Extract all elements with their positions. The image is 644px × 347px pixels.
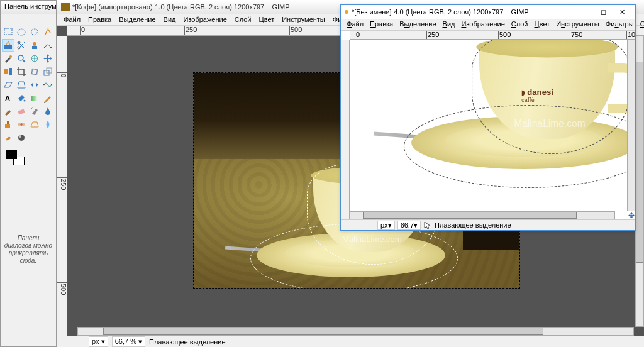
svg-rect-9 [50, 47, 52, 48]
status-unit[interactable]: px ▾ [89, 336, 108, 347]
fg-color-swatch[interactable] [6, 150, 17, 159]
svg-rect-26 [31, 96, 38, 101]
fmenu-color[interactable]: Цвет [531, 19, 553, 30]
tool-align[interactable] [2, 65, 14, 78]
cursor-icon [423, 221, 432, 229]
float-window: *[Без имени]-4.0 (Цвета RGB, 2 слоя) 120… [340, 4, 636, 231]
menu-tools[interactable]: Инструменты [278, 14, 329, 25]
tool-fuzzy-select[interactable] [42, 26, 54, 38]
tool-text[interactable]: A [2, 92, 14, 104]
svg-rect-3 [4, 45, 12, 49]
svg-rect-19 [32, 69, 37, 74]
svg-point-25 [24, 100, 26, 102]
svg-point-23 [51, 84, 52, 85]
fmenu-edit[interactable]: Правка [367, 19, 396, 30]
tool-foreground-select[interactable] [28, 39, 41, 52]
fmenu-layer[interactable]: Слой [508, 19, 531, 30]
menu-edit[interactable]: Правка [84, 14, 115, 25]
fmenu-tools[interactable]: Инструменты [553, 19, 602, 30]
tool-move[interactable] [42, 52, 54, 65]
float-nav-button[interactable]: ✥ [627, 211, 635, 219]
fmenu-windows[interactable]: Окна [637, 19, 644, 30]
menu-select[interactable]: Выделение [115, 14, 159, 25]
main-scrollbar-vertical[interactable] [635, 36, 644, 327]
tool-free-select[interactable] [28, 26, 41, 38]
status-zoom[interactable]: 66,7 % ▾ [112, 336, 145, 347]
tool-ink[interactable] [42, 105, 54, 118]
main-title-text: *[Кофе] (импортировано)-1.0 (Цвета RGB, … [72, 3, 290, 11]
tool-paintbrush[interactable] [2, 105, 14, 118]
tool-airbrush[interactable] [28, 105, 41, 118]
svg-point-34 [19, 135, 21, 138]
svg-point-6 [33, 42, 36, 46]
tool-cage[interactable] [42, 79, 54, 91]
tool-rotate[interactable] [28, 65, 41, 78]
float-ruler-vertical[interactable] [341, 40, 350, 219]
float-status-unit[interactable]: px▾ [377, 221, 395, 230]
tool-measure[interactable] [28, 52, 41, 65]
tool-select-by-color[interactable] [2, 39, 14, 52]
tool-color-picker[interactable] [2, 52, 14, 65]
float-scrollbar-vertical[interactable] [627, 40, 635, 211]
float-body: ◗ danesicaffè MalinaLime.com [341, 40, 635, 219]
tool-scale[interactable] [42, 65, 54, 78]
menu-file[interactable]: Файл [60, 14, 84, 25]
maximize-button[interactable]: ◻ [594, 6, 613, 18]
modified-dot-icon [345, 10, 348, 14]
menu-color[interactable]: Цвет [255, 14, 279, 25]
float-canvas[interactable]: ◗ danesicaffè MalinaLime.com [350, 40, 635, 219]
tool-eraser[interactable] [15, 105, 28, 118]
tool-flip[interactable] [28, 79, 41, 91]
svg-point-22 [43, 84, 45, 85]
fmenu-view[interactable]: Вид [440, 19, 458, 30]
float-scrollbar-horizontal[interactable] [350, 211, 615, 219]
toolbox-menubar [1, 14, 56, 25]
svg-point-11 [18, 55, 23, 60]
svg-point-2 [47, 28, 49, 30]
main-ruler-vertical[interactable]: 0 250 500 [57, 36, 67, 336]
tool-dodge-burn[interactable] [15, 131, 28, 144]
tool-blend[interactable] [28, 92, 41, 104]
tool-grid: A [1, 25, 56, 145]
tool-clone[interactable] [2, 118, 14, 131]
fmenu-filters[interactable]: Фильтры [602, 19, 637, 30]
color-swatches[interactable] [6, 150, 25, 165]
tool-zoom[interactable] [15, 52, 28, 65]
fmenu-image[interactable]: Изображение [458, 19, 508, 30]
tool-bucket-fill[interactable] [15, 92, 28, 104]
svg-point-28 [31, 108, 32, 109]
main-statusbar: px ▾ 66,7 % ▾ Плавающее выделение [57, 336, 644, 347]
menu-image[interactable]: Изображение [179, 14, 230, 25]
menu-view[interactable]: Вид [160, 14, 180, 25]
toolbox-title: Панель инструм… [1, 1, 56, 14]
svg-rect-8 [44, 47, 45, 48]
main-scrollbar-horizontal[interactable] [77, 327, 634, 336]
tool-ellipse-select[interactable] [15, 26, 28, 38]
svg-text:A: A [5, 94, 10, 102]
toolbox-window: Панель инструм… A [0, 0, 57, 347]
float-menubar: Файл Правка Выделение Вид Изображение Сл… [341, 19, 635, 31]
tool-perspective-clone[interactable] [28, 118, 41, 131]
fmenu-select[interactable]: Выделение [396, 19, 439, 30]
tool-shear[interactable] [2, 79, 14, 91]
float-titlebar[interactable]: *[Без имени]-4.0 (Цвета RGB, 2 слоя) 120… [341, 5, 635, 19]
svg-point-10 [9, 55, 12, 58]
fmenu-file[interactable]: Файл [343, 19, 367, 30]
tool-crop[interactable] [15, 65, 28, 78]
tool-smudge[interactable] [2, 131, 14, 144]
close-button[interactable]: ✕ [613, 6, 631, 18]
float-status-zoom[interactable]: 66,7▾ [397, 221, 421, 230]
tool-iscissors[interactable] [15, 39, 28, 52]
float-status-message: Плавающее выделение [435, 221, 511, 229]
svg-rect-17 [9, 68, 12, 75]
float-ruler-horizontal[interactable]: 0 250 500 750 1000 [350, 31, 635, 40]
tool-blur[interactable] [42, 118, 54, 131]
tool-heal[interactable] [15, 118, 28, 131]
minimize-button[interactable]: — [575, 6, 594, 18]
menu-layer[interactable]: Слой [231, 14, 255, 25]
gimp-icon [61, 3, 70, 11]
tool-perspective[interactable] [15, 79, 28, 91]
tool-paths[interactable] [42, 39, 54, 52]
tool-pencil[interactable] [42, 92, 54, 104]
tool-rect-select[interactable] [2, 26, 14, 38]
